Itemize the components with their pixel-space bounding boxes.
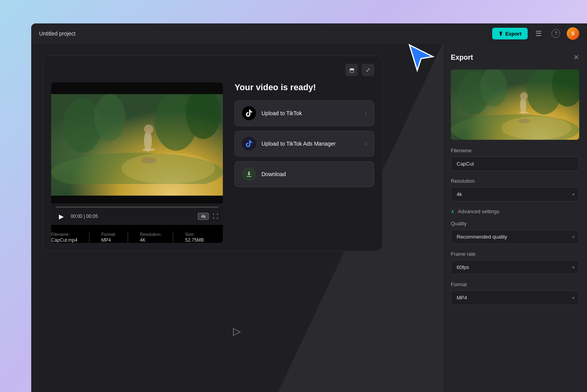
svg-point-15 (502, 116, 571, 140)
framerate-select-wrapper: 60fps 30fps 24fps ▾ (451, 260, 579, 274)
editor-play-area: ▷ (233, 325, 241, 337)
resolution-select-wrapper: 4k 1080p 720p 480p ▾ (451, 187, 579, 201)
progress-bar[interactable] (56, 207, 218, 208)
format-field-label: Format (451, 282, 579, 287)
framerate-field-container: Frame rate 60fps 30fps 24fps ▾ (451, 251, 579, 274)
modal-fullscreen-button[interactable]: ⤢ (362, 64, 374, 76)
video-modal: ⬒ ⤢ (43, 55, 382, 251)
size-label: Size: (185, 232, 204, 237)
format-select[interactable]: MP4 MOV AVI GIF (451, 290, 579, 305)
meta-filename: Filename: CapCut.mp4 (51, 232, 77, 243)
meta-divider-3 (173, 232, 173, 243)
svg-point-5 (121, 153, 215, 184)
menu-icon: ☰ (535, 29, 542, 38)
quality-field-container: Quality Recommended quality High quality… (451, 221, 579, 244)
advanced-settings-toggle[interactable]: ∧ Advanced settings (451, 208, 579, 214)
modal-top-actions: ⬒ ⤢ (51, 64, 374, 76)
export-panel-title: Export (451, 53, 473, 62)
quality-badge: 4k (198, 213, 209, 220)
quality-select[interactable]: Recommended quality High quality Medium … (451, 230, 579, 244)
format-select-wrapper: MP4 MOV AVI GIF ▾ (451, 290, 579, 305)
size-value: 52.75MB (185, 237, 204, 243)
format-value: MP4 (101, 237, 116, 243)
editor-play-button[interactable]: ▷ (233, 325, 241, 337)
export-header: Export ✕ (451, 53, 579, 62)
video-controls: ▶ 00:00 | 00:05 4k ⛶ (51, 203, 223, 225)
menu-button[interactable]: ☰ (532, 27, 545, 40)
export-upload-icon: ⬆ (498, 30, 503, 37)
upload-tiktok-ads-button[interactable]: Upload to TikTok Ads Manager › (235, 131, 374, 157)
video-scene-svg (51, 94, 223, 184)
tiktok-icon (242, 106, 256, 120)
resolution-select[interactable]: 4k 1080p 720p 480p (451, 187, 579, 201)
modal-body: ▶ 00:00 | 00:05 4k ⛶ (51, 82, 374, 243)
app-window: Untitled project ⬆ Export ☰ ? S ▷ (31, 23, 587, 392)
time-current: 00:00 (71, 214, 82, 219)
resolution-value: 4K (140, 237, 161, 243)
meta-divider-2 (128, 232, 128, 243)
upload-tiktok-ads-chevron: › (365, 140, 367, 147)
svg-point-1 (94, 94, 125, 141)
video-scene (51, 94, 223, 196)
time-total: 00:05 (86, 214, 98, 219)
export-btn-label: Export (505, 31, 521, 37)
filename-field-container: Filename (451, 148, 579, 178)
resolution-field-label: Resolution (451, 178, 579, 184)
upload-tiktok-ads-label: Upload to TikTok Ads Manager (261, 141, 336, 147)
video-thumbnail (51, 82, 223, 203)
preview-scene (451, 69, 579, 140)
svg-point-8 (144, 125, 153, 134)
advanced-chevron-icon: ∧ (451, 208, 455, 214)
project-title: Untitled project (39, 30, 75, 37)
download-button[interactable]: Download (235, 161, 374, 187)
share-icon: ⬒ (349, 67, 354, 73)
actions-panel: Your video is ready! Upload to TikTok › (235, 82, 374, 243)
svg-rect-19 (519, 112, 528, 113)
play-icon: ▶ (59, 213, 64, 220)
export-button[interactable]: ⬆ Export (492, 28, 528, 39)
meta-divider-1 (89, 232, 89, 243)
download-icon-container (242, 167, 256, 181)
resolution-field-container: Resolution 4k 1080p 720p 480p ▾ (451, 178, 579, 201)
resolution-label: Resolution: (140, 232, 161, 237)
format-field-container: Format MP4 MOV AVI GIF ▾ (451, 282, 579, 305)
filename-input[interactable] (451, 157, 579, 171)
fullscreen-button[interactable]: ⛶ (213, 213, 218, 219)
help-button[interactable]: ? (550, 27, 562, 40)
play-button[interactable]: ▶ (56, 211, 67, 222)
svg-point-18 (520, 92, 528, 100)
editor-area: ▷ ⬒ ⤢ (31, 44, 443, 392)
video-top-bar (51, 82, 223, 94)
avatar-initial: S (571, 31, 575, 36)
format-label: Format: (101, 232, 116, 237)
framerate-field-label: Frame rate (451, 251, 579, 257)
framerate-select[interactable]: 60fps 30fps 24fps (451, 260, 579, 274)
download-icon-svg (245, 170, 253, 178)
svg-point-6 (141, 157, 157, 164)
time-display: 00:00 | 00:05 (71, 214, 194, 219)
help-icon: ? (551, 29, 560, 38)
quality-select-wrapper: Recommended quality High quality Medium … (451, 230, 579, 244)
main-content: ▷ ⬒ ⤢ (31, 44, 587, 392)
video-player: ▶ 00:00 | 00:05 4k ⛶ (51, 82, 223, 243)
advanced-settings-label: Advanced settings (458, 208, 499, 214)
fullscreen-icon: ⤢ (366, 67, 370, 73)
download-label: Download (261, 171, 286, 177)
controls-row: ▶ 00:00 | 00:05 4k ⛶ (56, 211, 218, 222)
filename-value: CapCut.mp4 (51, 237, 77, 243)
export-close-button[interactable]: ✕ (573, 53, 579, 62)
svg-rect-9 (143, 149, 155, 151)
upload-tiktok-button[interactable]: Upload to TikTok › (235, 100, 374, 126)
preview-scene-svg (451, 69, 579, 140)
video-meta: Filename: CapCut.mp4 Format: MP4 Resolut… (51, 229, 223, 243)
meta-resolution: Resolution: 4K (140, 232, 161, 243)
upload-tiktok-label: Upload to TikTok (261, 110, 302, 116)
modal-share-button[interactable]: ⬒ (345, 64, 358, 76)
filename-label: Filename: (51, 232, 77, 237)
close-icon: ✕ (573, 53, 579, 61)
meta-size: Size: 52.75MB (185, 232, 204, 243)
avatar-button[interactable]: S (567, 27, 579, 40)
export-sidebar: Export ✕ (443, 44, 587, 392)
quality-field-label: Quality (451, 221, 579, 226)
filename-field-label: Filename (451, 148, 579, 153)
